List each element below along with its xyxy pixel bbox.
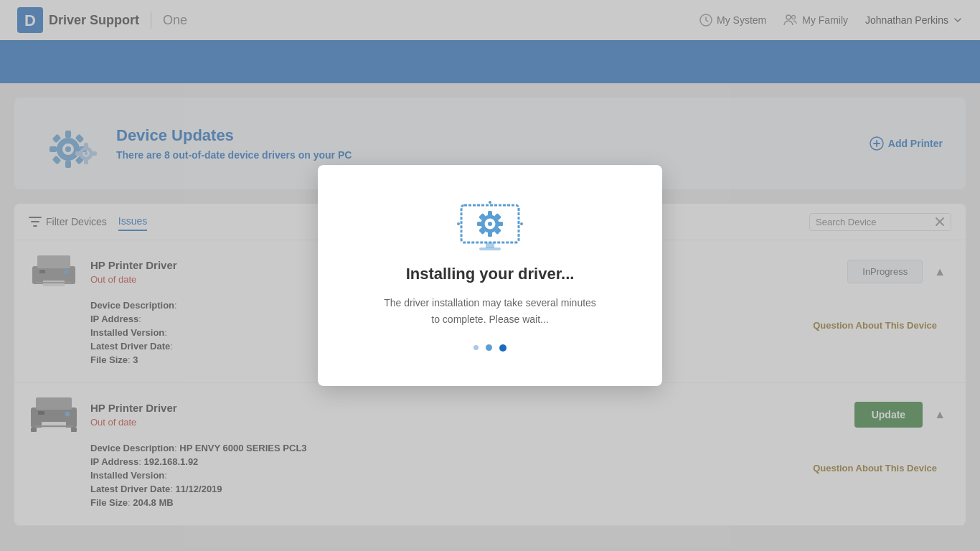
dot-1 — [473, 345, 479, 350]
dot-2 — [486, 344, 492, 351]
modal-title: Installing your driver... — [406, 265, 575, 283]
install-driver-icon — [454, 199, 526, 253]
dot-3 — [499, 344, 507, 352]
svg-point-49 — [457, 222, 460, 225]
modal-overlay: Installing your driver... The driver ins… — [0, 0, 980, 551]
install-modal: Installing your driver... The driver ins… — [318, 165, 662, 386]
svg-rect-48 — [479, 248, 501, 250]
svg-rect-42 — [497, 222, 503, 226]
modal-loading-dots — [473, 344, 507, 352]
svg-rect-47 — [486, 242, 494, 248]
svg-point-51 — [489, 201, 491, 204]
modal-description: The driver installation may take several… — [384, 295, 596, 327]
svg-point-38 — [488, 222, 492, 226]
svg-rect-41 — [477, 222, 483, 226]
svg-rect-39 — [488, 211, 492, 217]
svg-point-50 — [520, 222, 523, 225]
svg-rect-40 — [488, 231, 492, 237]
